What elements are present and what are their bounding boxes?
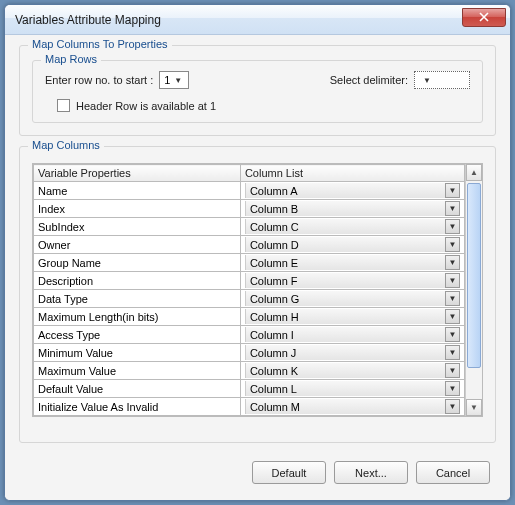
column-cell: Column J▼ bbox=[240, 344, 464, 362]
dialog-window: Variables Attribute Mapping Map Columns … bbox=[4, 4, 511, 501]
chevron-down-icon: ▼ bbox=[449, 187, 457, 195]
mapping-table: Variable Properties Column List NameColu… bbox=[33, 164, 465, 416]
header-row-label: Header Row is available at 1 bbox=[76, 100, 216, 112]
dropdown-button[interactable]: ▼ bbox=[445, 327, 460, 342]
group-label: Map Columns To Properties bbox=[28, 38, 172, 50]
row-no-value: 1 bbox=[164, 74, 170, 86]
table-row: NameColumn A▼ bbox=[34, 182, 465, 200]
dropdown-button[interactable]: ▼ bbox=[445, 291, 460, 306]
vertical-scrollbar[interactable]: ▲ ▼ bbox=[465, 164, 482, 416]
chevron-down-icon: ▼ bbox=[449, 223, 457, 231]
property-cell: Default Value bbox=[34, 380, 241, 398]
column-select[interactable]: Column A▼ bbox=[245, 183, 460, 198]
column-cell: Column H▼ bbox=[240, 308, 464, 326]
group-map-columns: Map Columns Variable Properties Column L… bbox=[19, 146, 496, 443]
column-select[interactable]: Column K▼ bbox=[245, 363, 460, 378]
titlebar[interactable]: Variables Attribute Mapping bbox=[5, 5, 510, 35]
client-area: Map Columns To Properties Map Rows Enter… bbox=[5, 35, 510, 500]
column-select[interactable]: Column F▼ bbox=[245, 273, 460, 288]
scroll-thumb[interactable] bbox=[467, 183, 481, 368]
chevron-down-icon: ▼ bbox=[449, 403, 457, 411]
dropdown-button[interactable]: ▼ bbox=[445, 399, 460, 414]
column-select-value: Column I bbox=[250, 329, 294, 341]
dropdown-button[interactable]: ▼ bbox=[445, 363, 460, 378]
property-cell: Data Type bbox=[34, 290, 241, 308]
table-row: Maximum ValueColumn K▼ bbox=[34, 362, 465, 380]
mapping-table-wrap: Variable Properties Column List NameColu… bbox=[32, 163, 483, 417]
dropdown-button[interactable]: ▼ bbox=[445, 237, 460, 252]
row-no-select[interactable]: 1 ▼ bbox=[159, 71, 189, 89]
column-cell: Column M▼ bbox=[240, 398, 464, 416]
column-select[interactable]: Column G▼ bbox=[245, 291, 460, 306]
table-row: OwnerColumn D▼ bbox=[34, 236, 465, 254]
column-select[interactable]: Column I▼ bbox=[245, 327, 460, 342]
chevron-down-icon: ▼ bbox=[449, 349, 457, 357]
table-row: Initialize Value As InvalidColumn M▼ bbox=[34, 398, 465, 416]
table-header-properties[interactable]: Variable Properties bbox=[34, 165, 241, 182]
column-select[interactable]: Column C▼ bbox=[245, 219, 460, 234]
dropdown-button[interactable]: ▼ bbox=[445, 273, 460, 288]
dropdown-button[interactable]: ▼ bbox=[445, 381, 460, 396]
column-select-value: Column L bbox=[250, 383, 297, 395]
dropdown-button[interactable]: ▼ bbox=[445, 255, 460, 270]
chevron-down-icon: ▼ bbox=[449, 205, 457, 213]
scroll-down-button[interactable]: ▼ bbox=[466, 399, 482, 416]
column-select[interactable]: Column D▼ bbox=[245, 237, 460, 252]
table-row: Maximum Length(in bits)Column H▼ bbox=[34, 308, 465, 326]
table-row: Minimum ValueColumn J▼ bbox=[34, 344, 465, 362]
table-row: Access TypeColumn I▼ bbox=[34, 326, 465, 344]
delimiter-select[interactable]: ▼ bbox=[414, 71, 470, 89]
close-icon bbox=[479, 12, 489, 22]
column-select-value: Column J bbox=[250, 347, 296, 359]
column-select-value: Column M bbox=[250, 401, 300, 413]
chevron-down-icon: ▼ bbox=[423, 76, 431, 85]
scroll-up-button[interactable]: ▲ bbox=[466, 164, 482, 181]
row-no-label: Enter row no. to start : bbox=[45, 74, 153, 86]
column-cell: Column L▼ bbox=[240, 380, 464, 398]
chevron-down-icon: ▼ bbox=[449, 385, 457, 393]
default-button[interactable]: Default bbox=[252, 461, 326, 484]
column-cell: Column D▼ bbox=[240, 236, 464, 254]
column-select[interactable]: Column J▼ bbox=[245, 345, 460, 360]
scroll-track[interactable] bbox=[466, 181, 482, 399]
dropdown-button[interactable]: ▼ bbox=[445, 345, 460, 360]
column-select-value: Column A bbox=[250, 185, 298, 197]
dropdown-button[interactable]: ▼ bbox=[445, 201, 460, 216]
property-cell: SubIndex bbox=[34, 218, 241, 236]
column-select-value: Column H bbox=[250, 311, 299, 323]
next-button[interactable]: Next... bbox=[334, 461, 408, 484]
table-row: Default ValueColumn L▼ bbox=[34, 380, 465, 398]
table-header-column-list[interactable]: Column List bbox=[240, 165, 464, 182]
close-button[interactable] bbox=[462, 8, 506, 27]
property-cell: Name bbox=[34, 182, 241, 200]
header-row-checkbox[interactable] bbox=[57, 99, 70, 112]
dropdown-button[interactable]: ▼ bbox=[445, 219, 460, 234]
column-cell: Column B▼ bbox=[240, 200, 464, 218]
column-select[interactable]: Column M▼ bbox=[245, 399, 460, 414]
delimiter-label: Select delimiter: bbox=[330, 74, 408, 86]
column-cell: Column E▼ bbox=[240, 254, 464, 272]
column-select-value: Column B bbox=[250, 203, 298, 215]
property-cell: Maximum Length(in bits) bbox=[34, 308, 241, 326]
column-select[interactable]: Column E▼ bbox=[245, 255, 460, 270]
property-cell: Owner bbox=[34, 236, 241, 254]
column-select[interactable]: Column B▼ bbox=[245, 201, 460, 216]
column-select-value: Column C bbox=[250, 221, 299, 233]
property-cell: Access Type bbox=[34, 326, 241, 344]
table-row: Data TypeColumn G▼ bbox=[34, 290, 465, 308]
column-cell: Column K▼ bbox=[240, 362, 464, 380]
table-row: DescriptionColumn F▼ bbox=[34, 272, 465, 290]
column-cell: Column A▼ bbox=[240, 182, 464, 200]
cancel-button[interactable]: Cancel bbox=[416, 461, 490, 484]
dropdown-button[interactable]: ▼ bbox=[445, 183, 460, 198]
column-cell: Column C▼ bbox=[240, 218, 464, 236]
column-select[interactable]: Column H▼ bbox=[245, 309, 460, 324]
property-cell: Description bbox=[34, 272, 241, 290]
chevron-down-icon: ▼ bbox=[449, 313, 457, 321]
dialog-footer: Default Next... Cancel bbox=[19, 453, 496, 486]
table-row: Group NameColumn E▼ bbox=[34, 254, 465, 272]
column-cell: Column F▼ bbox=[240, 272, 464, 290]
property-cell: Maximum Value bbox=[34, 362, 241, 380]
dropdown-button[interactable]: ▼ bbox=[445, 309, 460, 324]
column-select[interactable]: Column L▼ bbox=[245, 381, 460, 396]
